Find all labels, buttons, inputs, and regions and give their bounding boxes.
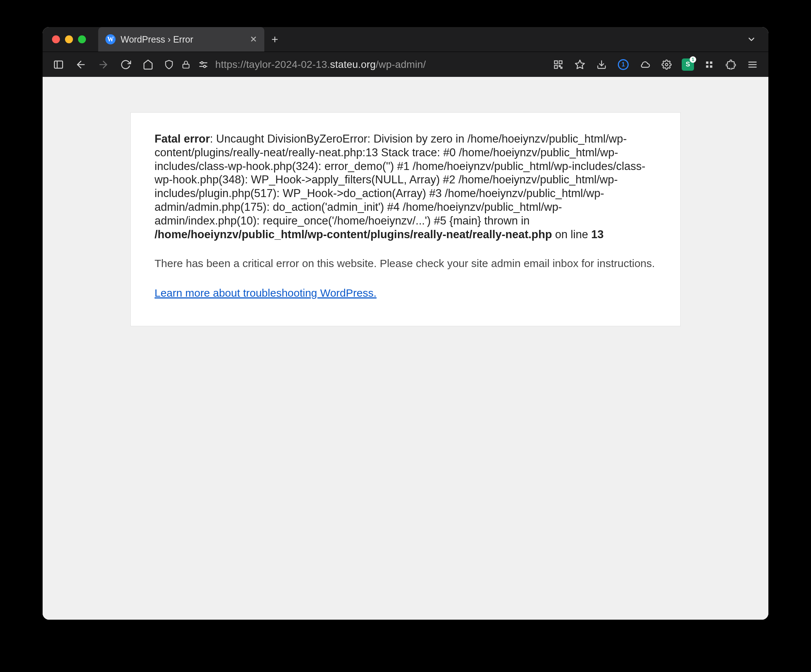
troubleshoot-link[interactable]: Learn more about troubleshooting WordPre…: [154, 287, 377, 299]
toolbar-right: 1 S 1: [552, 58, 759, 71]
url-prefix: https://taylor-2024-02-13.: [215, 59, 330, 70]
svg-rect-9: [555, 61, 558, 64]
lock-icon[interactable]: [181, 60, 191, 69]
home-button[interactable]: [142, 58, 154, 71]
forward-button: [97, 58, 110, 71]
fatal-error-online: on line: [552, 228, 592, 241]
fatal-error-file: /home/hoeiynzv/public_html/wp-content/pl…: [154, 228, 552, 241]
tab-title: WordPress › Error: [120, 34, 193, 45]
fatal-error-message: Fatal error: Uncaught DivisionByZeroErro…: [154, 132, 657, 242]
svg-marker-14: [575, 60, 585, 69]
svg-point-8: [204, 65, 206, 67]
svg-point-7: [201, 61, 203, 64]
titlebar-right: [747, 35, 763, 44]
close-window-button[interactable]: [52, 36, 60, 43]
extension-count: 1: [690, 56, 696, 63]
svg-rect-19: [706, 65, 708, 68]
permissions-icon[interactable]: [198, 59, 209, 70]
extensions-puzzle-icon[interactable]: [724, 58, 737, 71]
svg-rect-17: [706, 61, 708, 64]
url-bar[interactable]: https://taylor-2024-02-13.stateu.org/wp-…: [164, 59, 542, 70]
wordpress-favicon-icon: W: [105, 34, 115, 44]
tab-close-button[interactable]: ✕: [250, 34, 257, 44]
svg-rect-12: [559, 65, 560, 67]
svg-rect-0: [54, 61, 63, 68]
minimize-window-button[interactable]: [65, 36, 73, 43]
fatal-error-body: : Uncaught DivisionByZeroError: Division…: [154, 132, 645, 227]
bookmark-star-icon[interactable]: [573, 58, 586, 71]
titlebar: W WordPress › Error ✕ +: [42, 27, 769, 52]
tab-active[interactable]: W WordPress › Error ✕: [98, 27, 264, 52]
critical-error-text: There has been a critical error on this …: [154, 257, 657, 269]
reload-button[interactable]: [119, 58, 132, 71]
maximize-window-button[interactable]: [78, 36, 86, 43]
toolbar: https://taylor-2024-02-13.stateu.org/wp-…: [42, 52, 769, 77]
downloads-icon[interactable]: [595, 58, 608, 71]
url-host: stateu.org: [330, 59, 376, 70]
1password-icon[interactable]: 1: [617, 58, 630, 71]
apps-icon[interactable]: [703, 58, 716, 71]
extension-badge[interactable]: S 1: [682, 58, 694, 71]
svg-rect-10: [559, 61, 562, 64]
error-card: Fatal error: Uncaught DivisionByZeroErro…: [131, 112, 680, 326]
svg-rect-11: [555, 65, 558, 68]
svg-point-16: [665, 63, 668, 66]
window-controls: [52, 36, 86, 43]
fatal-error-line: 13: [591, 228, 603, 241]
url-path: /wp-admin/: [376, 59, 426, 70]
svg-rect-4: [183, 64, 189, 68]
page-content: Fatal error: Uncaught DivisionByZeroErro…: [42, 77, 769, 620]
url-text: https://taylor-2024-02-13.stateu.org/wp-…: [215, 59, 426, 70]
back-button[interactable]: [75, 58, 87, 71]
cloud-icon[interactable]: [638, 58, 652, 71]
gear-icon[interactable]: [660, 58, 673, 71]
shield-icon[interactable]: [164, 59, 174, 69]
sidebar-toggle-button[interactable]: [52, 58, 65, 71]
tab-strip: W WordPress › Error ✕ +: [98, 27, 747, 52]
new-tab-button[interactable]: +: [264, 27, 285, 52]
extension-letter: S: [686, 61, 690, 68]
svg-rect-13: [561, 67, 562, 69]
svg-rect-20: [710, 65, 713, 68]
tabs-overflow-button[interactable]: [747, 35, 756, 44]
qr-icon[interactable]: [552, 58, 565, 71]
svg-rect-18: [710, 61, 713, 64]
browser-window: W WordPress › Error ✕ +: [42, 27, 769, 620]
fatal-error-label: Fatal error: [154, 132, 210, 145]
menu-button[interactable]: [746, 58, 759, 71]
